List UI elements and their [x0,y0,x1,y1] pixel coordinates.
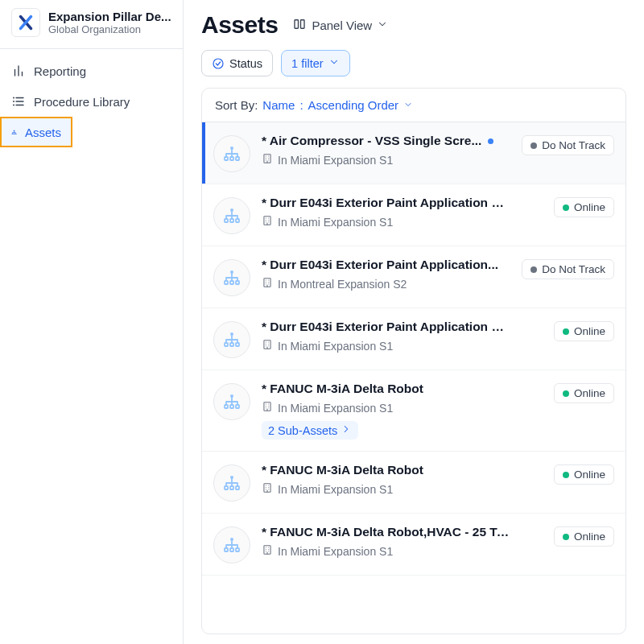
filter-status-button[interactable]: Status [201,50,273,76]
asset-row[interactable]: * FANUC M-3iA Delta Robot In Miami Expan… [202,452,625,514]
asset-hierarchy-icon [213,464,250,502]
status-badge: Online [554,526,614,547]
asset-location-text: In Miami Expansion S1 [278,483,393,496]
asset-body: * FANUC M-3iA Delta Robot In Miami Expan… [262,463,543,496]
asset-location-text: In Miami Expansion S1 [278,154,393,167]
main: Assets Panel View Status 1 filter [184,0,644,644]
status-label: Online [574,469,605,481]
asset-title: * FANUC M-3iA Delta Robot,HVAC - 25 Ton … [262,525,511,539]
building-icon [262,401,273,415]
asset-row[interactable]: * Durr E043i Exterior Paint Application.… [202,246,625,308]
asset-body: * FANUC M-3iA Delta Robot In Miami Expan… [262,382,543,440]
status-label: Online [574,530,605,543]
asset-hierarchy-icon [213,197,250,234]
sort-field: Name [262,98,295,112]
status-badge: Online [554,464,614,485]
status-label: Do Not Track [542,139,605,151]
asset-location-text: In Miami Expansion S1 [278,402,393,415]
logo-x-icon [17,14,35,31]
asset-hierarchy-icon [213,259,250,296]
asset-body: * FANUC M-3iA Delta Robot,HVAC - 25 Ton … [262,525,543,558]
asset-hierarchy-icon [213,321,250,358]
status-label: Online [574,325,605,337]
status-label: Do Not Track [542,263,605,275]
asset-body: * Durr E043i Exterior Paint Application.… [262,258,510,291]
sub-assets-toggle[interactable]: 2 Sub-Assets [262,421,358,440]
status-badge: Online [554,321,614,341]
status-dot [530,142,537,149]
status-badge: Do Not Track [522,259,614,279]
nav-item-reporting[interactable]: Reporting [0,56,183,86]
active-filter-button[interactable]: 1 filter [281,50,350,76]
sort-prefix: Sort By: [215,98,258,112]
assets-panel: Sort By: Name: Ascending Order * Air Com… [201,88,626,634]
asset-location: In Miami Expansion S1 [262,401,543,415]
filter-status-label: Status [229,57,262,70]
building-icon [262,153,273,167]
page-title: Assets [201,11,278,39]
building-icon [262,482,273,496]
building-icon [262,339,273,353]
chevron-down-icon [377,19,388,32]
asset-body: * Durr E043i Exterior Paint Application … [262,320,543,353]
new-indicator-dot [488,138,493,144]
status-badge: Online [554,383,614,403]
status-label: Online [574,387,605,399]
asset-location-text: In Montreal Expansion S2 [278,278,407,291]
status-dot [563,534,569,540]
org-subtitle: Global Organization [48,23,171,35]
org-title: Expansion Pillar De... [48,10,171,23]
status-dot [563,472,569,478]
chevron-down-icon [403,98,413,112]
asset-row[interactable]: * Durr E043i Exterior Paint Application … [202,184,625,246]
sort-order: Ascending Order [308,98,399,112]
asset-title: * Durr E043i Exterior Paint Application.… [262,258,498,272]
org-header[interactable]: Expansion Pillar De... Global Organizati… [0,0,183,49]
svg-rect-13 [295,19,299,28]
list-icon [11,94,26,109]
asset-body: * Durr E043i Exterior Paint Application … [262,196,543,229]
status-dot [530,266,537,273]
sort-separator: : [299,98,303,112]
asset-list[interactable]: * Air Compressor - VSS Single Scre... In… [202,122,625,634]
svg-point-8 [14,105,14,105]
asset-hierarchy-icon [213,383,250,420]
asset-title: * Durr E043i Exterior Paint Application … [262,320,511,334]
asset-location-text: In Miami Expansion S1 [278,216,393,229]
status-dot [563,328,569,335]
view-switcher[interactable]: Panel View [292,17,388,34]
asset-title: * Durr E043i Exterior Paint Application … [262,196,511,210]
sub-assets-label: 2 Sub-Assets [268,424,337,437]
org-logo [11,8,40,37]
asset-hierarchy-icon [213,526,250,564]
filter-bar: Status 1 filter [184,50,644,88]
sort-bar[interactable]: Sort By: Name: Ascending Order [202,89,625,122]
nav-item-procedure-library[interactable]: Procedure Library [0,86,183,117]
asset-title: * FANUC M-3iA Delta Robot [262,382,423,396]
panel-view-icon [292,17,307,34]
asset-location: In Miami Expansion S1 [262,482,543,496]
nav-item-assets[interactable]: Assets [0,117,72,147]
building-icon [262,544,273,558]
nav-item-label: Procedure Library [34,95,130,109]
asset-title: * FANUC M-3iA Delta Robot [262,463,423,477]
asset-row[interactable]: * FANUC M-3iA Delta Robot,HVAC - 25 Ton … [202,514,625,576]
asset-row[interactable]: * FANUC M-3iA Delta Robot In Miami Expan… [202,370,625,452]
chevron-right-icon [341,423,352,437]
status-dot [563,204,569,211]
main-header: Assets Panel View [184,0,644,50]
bar-chart-icon [11,64,26,78]
status-label: Online [574,201,605,213]
asset-location-text: In Miami Expansion S1 [278,340,393,353]
status-badge: Online [554,197,614,217]
nav-item-label: Reporting [34,64,86,78]
svg-point-7 [14,101,14,102]
sidebar: Expansion Pillar De... Global Organizati… [0,0,184,644]
building-icon [262,215,273,229]
nav: Reporting Procedure Library Assets [0,49,183,154]
asset-row[interactable]: * Air Compressor - VSS Single Scre... In… [202,122,625,184]
asset-location: In Miami Expansion S1 [262,339,543,353]
asset-row[interactable]: * Durr E043i Exterior Paint Application … [202,308,625,370]
chevron-down-icon [328,56,340,70]
asset-body: * Air Compressor - VSS Single Scre... In… [262,134,510,167]
